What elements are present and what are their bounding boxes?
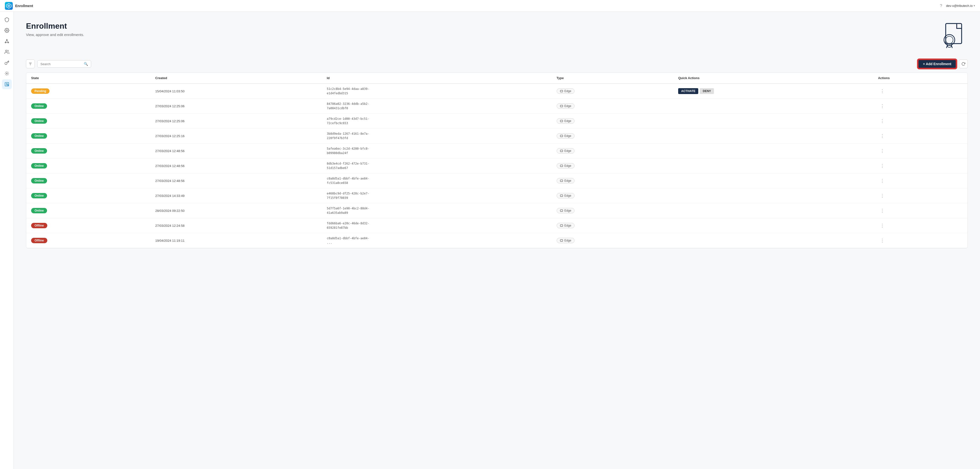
svg-point-10 xyxy=(5,50,7,52)
sidebar-item-network[interactable] xyxy=(2,36,12,46)
sidebar-item-users[interactable] xyxy=(2,47,12,57)
cell-id: 3b8d9eda-1267-4161-8e7a- 220f9f47b3fd xyxy=(322,129,552,143)
topbar: Enrollment ? dev-x@tributech.io ▾ xyxy=(0,0,980,12)
more-actions-button[interactable]: ⋮ xyxy=(878,147,886,154)
users-icon xyxy=(5,49,9,54)
cell-quick-actions xyxy=(673,129,873,143)
search-input[interactable] xyxy=(40,62,82,66)
cell-type: Edge xyxy=(552,114,673,129)
cell-state: Online xyxy=(26,143,150,159)
cell-created: 27/03/2024 12:25:06 xyxy=(150,114,322,129)
sidebar-item-security[interactable] xyxy=(2,15,12,24)
svg-point-13 xyxy=(7,85,8,86)
svg-rect-30 xyxy=(560,195,563,197)
cell-quick-actions xyxy=(673,159,873,173)
filter-button[interactable] xyxy=(26,59,35,68)
sidebar-item-settings[interactable] xyxy=(2,25,12,35)
cell-type: Edge xyxy=(552,173,673,188)
svg-rect-27 xyxy=(560,150,563,152)
svg-rect-26 xyxy=(560,135,563,137)
cell-id: a79cd2ce-1d00-43d7-bc51- 72cefbc9c653 xyxy=(322,114,552,129)
more-actions-button[interactable]: ⋮ xyxy=(878,222,886,229)
state-badge: Online xyxy=(31,163,47,169)
edge-type-badge[interactable]: Edge xyxy=(557,148,574,154)
svg-point-16 xyxy=(946,36,953,44)
app-logo xyxy=(5,2,13,10)
cell-actions: ⋮ xyxy=(873,173,967,188)
more-actions-button[interactable]: ⋮ xyxy=(878,117,886,125)
edge-icon xyxy=(560,119,563,123)
edge-type-badge[interactable]: Edge xyxy=(557,208,574,213)
app-title: Enrollment xyxy=(15,4,33,8)
edge-type-badge[interactable]: Edge xyxy=(557,178,574,183)
edge-type-badge[interactable]: Edge xyxy=(557,103,574,109)
cell-actions: ⋮ xyxy=(873,233,967,248)
cell-actions: ⋮ xyxy=(873,159,967,173)
cell-type: Edge xyxy=(552,233,673,248)
sidebar-item-integrations[interactable] xyxy=(2,68,12,78)
edge-type-badge[interactable]: Edge xyxy=(557,238,574,243)
svg-point-3 xyxy=(6,30,7,31)
cell-id: 51c2c8b4-5e94-4daa-a839- e1d4fedbd315 xyxy=(322,84,552,99)
cell-actions: ⋮ xyxy=(873,99,967,114)
activate-button[interactable]: ACTIVATE xyxy=(678,88,698,94)
more-actions-button[interactable]: ⋮ xyxy=(878,162,886,170)
cell-id: 5d7f5a6f-1e90-4bc2-88d4- 41a635ab9a89 xyxy=(322,203,552,218)
svg-rect-23 xyxy=(560,91,563,92)
cell-type: Edge xyxy=(552,129,673,143)
enrollment-table: State Created Id Type Quick Actions Acti… xyxy=(26,73,968,248)
edge-icon xyxy=(560,224,563,227)
cell-actions: ⋮ xyxy=(873,129,967,143)
add-enrollment-button[interactable]: + Add Enrollment xyxy=(918,59,956,68)
cell-state: Online xyxy=(26,99,150,114)
edge-type-badge[interactable]: Edge xyxy=(557,118,574,124)
edge-type-badge[interactable]: Edge xyxy=(557,133,574,138)
col-quick-actions: Quick Actions xyxy=(673,73,873,84)
more-actions-button[interactable]: ⋮ xyxy=(878,87,886,95)
cell-id: 5afea6ec-3c2d-4200-bfc0- b09980dba24f xyxy=(322,143,552,159)
state-badge: Online xyxy=(31,178,47,183)
svg-rect-29 xyxy=(560,180,563,182)
network-icon xyxy=(5,39,9,44)
cell-actions: ⋮ xyxy=(873,203,967,218)
sidebar-item-keys[interactable] xyxy=(2,58,12,68)
more-actions-button[interactable]: ⋮ xyxy=(878,132,886,140)
cell-state: Online xyxy=(26,114,150,129)
toolbar-right: + Add Enrollment xyxy=(918,59,968,68)
more-actions-button[interactable]: ⋮ xyxy=(878,192,886,199)
more-actions-button[interactable]: ⋮ xyxy=(878,237,886,244)
edge-type-badge[interactable]: Edge xyxy=(557,193,574,199)
svg-rect-33 xyxy=(560,240,563,242)
help-icon[interactable]: ? xyxy=(940,4,942,8)
cell-actions: ⋮ xyxy=(873,114,967,129)
deny-button[interactable]: DENY xyxy=(700,88,714,94)
table-row: Online27/03/2024 12:25:06a79cd2ce-1d00-4… xyxy=(26,114,967,129)
edge-type-badge[interactable]: Edge xyxy=(557,88,574,94)
col-state: State xyxy=(26,73,150,84)
more-actions-button[interactable]: ⋮ xyxy=(878,102,886,110)
cell-created: 27/03/2024 14:33:49 xyxy=(150,188,322,203)
table-row: Online28/03/2024 09:22:505d7f5a6f-1e90-4… xyxy=(26,203,967,218)
edge-icon xyxy=(560,179,563,183)
cell-state: Online xyxy=(26,159,150,173)
refresh-button[interactable] xyxy=(959,59,968,68)
edge-type-badge[interactable]: Edge xyxy=(557,163,574,169)
sidebar-item-enrollment[interactable] xyxy=(2,79,12,89)
edge-icon xyxy=(560,209,563,212)
edge-icon xyxy=(560,239,563,242)
cell-quick-actions xyxy=(673,99,873,114)
cell-type: Edge xyxy=(552,143,673,159)
cell-id: 8db3e4cd-f262-472e-b731- 51d157adbe67 xyxy=(322,159,552,173)
cell-created: 27/03/2024 12:48:56 xyxy=(150,159,322,173)
cell-type: Edge xyxy=(552,159,673,173)
svg-rect-25 xyxy=(560,120,563,122)
more-actions-button[interactable]: ⋮ xyxy=(878,177,886,184)
cell-type: Edge xyxy=(552,84,673,99)
user-menu[interactable]: dev-x@tributech.io ▾ xyxy=(946,4,975,8)
cell-created: 27/03/2024 12:25:06 xyxy=(150,99,322,114)
more-actions-button[interactable]: ⋮ xyxy=(878,207,886,214)
edge-type-badge[interactable]: Edge xyxy=(557,223,574,228)
cell-created: 27/03/2024 12:25:16 xyxy=(150,129,322,143)
svg-rect-28 xyxy=(560,165,563,167)
edge-icon xyxy=(560,89,563,93)
